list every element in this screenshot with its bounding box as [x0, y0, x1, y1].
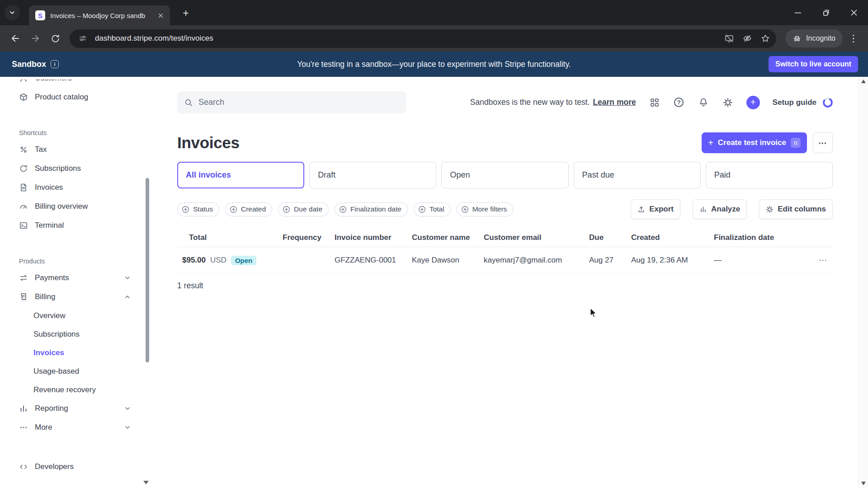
filter-status[interactable]: Status — [177, 202, 219, 216]
analyze-button[interactable]: Analyze — [693, 199, 747, 219]
scroll-up-arrow[interactable] — [861, 80, 866, 83]
sidebar-section-shortcuts: Shortcuts — [19, 129, 151, 136]
tab-open[interactable]: Open — [441, 162, 568, 188]
search-input[interactable] — [198, 98, 399, 107]
sidebar-subitem-revenue-recovery[interactable]: Revenue recovery — [0, 380, 151, 399]
add-button[interactable]: + — [746, 96, 760, 109]
close-button[interactable] — [840, 0, 868, 25]
overflow-menu-button[interactable]: ⋯ — [813, 132, 833, 153]
restore-button[interactable] — [812, 0, 840, 25]
screen: S Invoices – Moodjoy Corp sandb + dashbo… — [0, 0, 868, 488]
info-icon[interactable]: i — [51, 60, 59, 68]
utility-actions: Sandboxes is the new way to test.Learn m… — [470, 96, 833, 109]
sidebar-subitem-overview[interactable]: Overview — [0, 306, 151, 325]
filter-more-filters[interactable]: More filters — [457, 202, 514, 216]
stripe-favicon: S — [35, 10, 45, 20]
sidebar-subitem-usage-based[interactable]: Usage-based — [0, 362, 151, 380]
tab-all-invoices[interactable]: All invoices — [177, 162, 304, 188]
scroll-down-arrow[interactable] — [861, 482, 866, 485]
sidebar-item-billing-overview[interactable]: Billing overview — [0, 197, 151, 216]
tab-search-button[interactable] — [5, 5, 20, 20]
edit-columns-button[interactable]: Edit columns — [759, 199, 833, 219]
export-button[interactable]: Export — [631, 199, 680, 219]
sidebar-item-tax[interactable]: Tax — [0, 140, 151, 159]
table-row[interactable]: $95.00 USD Open GFZZAENG-0001 Kaye Dawso… — [177, 247, 833, 274]
filter-row: Status Created Due date Finalization dat… — [177, 199, 833, 219]
page-scrollbar[interactable] — [858, 77, 868, 488]
reload-button[interactable] — [45, 28, 65, 48]
sidebar-subitem-invoices[interactable]: Invoices — [0, 343, 151, 362]
sidebar-item-developers[interactable]: Developers — [0, 457, 151, 476]
cell-customer-email: kayemarj7@gmail.com — [484, 256, 589, 265]
sidebar-section-products: Products — [19, 258, 151, 265]
tab-paid[interactable]: Paid — [706, 162, 833, 188]
settings-gear-icon[interactable] — [722, 97, 734, 108]
browser-menu-icon[interactable]: ⋮ — [844, 29, 863, 47]
invoice-amount: $95.00 — [182, 256, 206, 265]
new-tab-button[interactable]: + — [179, 6, 193, 20]
sandbox-banner: Sandbox i You're testing in a sandbox—yo… — [0, 52, 868, 77]
row-overflow-icon[interactable]: ⋯ — [819, 255, 827, 265]
minimize-button[interactable] — [784, 0, 812, 25]
columns-gear-icon — [766, 206, 774, 213]
sidebar-item-label: Terminal — [35, 221, 64, 230]
chevron-up-icon — [124, 294, 131, 300]
terminal-icon — [19, 221, 28, 230]
sidebar-item-product-catalog[interactable]: Product catalog — [0, 88, 151, 107]
apps-grid-icon[interactable] — [649, 97, 660, 108]
sidebar-item-terminal[interactable]: Terminal — [0, 216, 151, 235]
table-actions: Export Analyze Edit columns — [631, 199, 833, 219]
tab-close-icon[interactable] — [156, 10, 165, 20]
learn-more-link[interactable]: Learn more — [593, 98, 636, 107]
create-test-invoice-button[interactable]: + Create test invoice n — [702, 132, 807, 153]
col-invoice-number: Invoice number — [335, 233, 412, 242]
filter-created[interactable]: Created — [225, 202, 272, 216]
sidebar-item-payments[interactable]: Payments — [0, 268, 151, 287]
filter-chips: Status Created Due date Finalization dat… — [177, 202, 513, 216]
tab-draft[interactable]: Draft — [309, 162, 436, 188]
edit-columns-label: Edit columns — [778, 205, 826, 214]
sidebar-item-billing[interactable]: Billing — [0, 287, 151, 306]
site-info-icon[interactable] — [76, 32, 90, 45]
page-header-actions: + Create test invoice n ⋯ — [702, 132, 833, 153]
search-box[interactable] — [177, 91, 406, 113]
plus-circle-icon — [283, 206, 290, 213]
setup-guide-button[interactable]: Setup guide — [773, 98, 833, 108]
chevron-down-icon — [124, 405, 131, 412]
chevron-down-icon — [124, 275, 131, 281]
sidebar-item-customers-clipped[interactable]: Customers — [0, 80, 151, 88]
sidebar-item-label: Tax — [35, 145, 47, 154]
screen-share-off-icon[interactable] — [722, 31, 736, 46]
filter-total[interactable]: Total — [414, 202, 451, 216]
col-customer-name: Customer name — [412, 233, 484, 242]
sidebar-item-invoices-shortcut[interactable]: Invoices — [0, 178, 151, 197]
eye-off-icon[interactable] — [740, 31, 755, 46]
sidebar-item-reporting[interactable]: Reporting — [0, 399, 151, 418]
main-content: Sandboxes is the new way to test.Learn m… — [151, 77, 858, 488]
switch-to-live-button[interactable]: Switch to live account — [769, 56, 858, 72]
browser-tab[interactable]: S Invoices – Moodjoy Corp sandb — [29, 5, 170, 25]
browser-tab-bar: S Invoices – Moodjoy Corp sandb + — [0, 0, 868, 25]
tab-title: Invoices – Moodjoy Corp sandb — [50, 12, 151, 19]
help-icon[interactable]: ? — [673, 97, 685, 108]
sidebar-item-label: Product catalog — [35, 93, 88, 102]
url-text[interactable]: dashboard.stripe.com/test/invoices — [95, 34, 717, 43]
tax-icon — [19, 145, 28, 154]
forward-button[interactable] — [25, 28, 45, 48]
col-created: Created — [631, 233, 714, 242]
back-button[interactable] — [5, 28, 25, 48]
filter-finalization-date[interactable]: Finalization date — [335, 202, 408, 216]
sidebar-subitem-subscriptions[interactable]: Subscriptions — [0, 325, 151, 343]
tab-past-due[interactable]: Past due — [574, 162, 701, 188]
bookmark-star-icon[interactable] — [758, 31, 773, 46]
sidebar-item-subscriptions[interactable]: Subscriptions — [0, 159, 151, 178]
plus-circle-icon — [182, 206, 189, 213]
sidebar-item-label: Subscriptions — [35, 164, 81, 173]
sidebar-scrollbar-thumb[interactable] — [146, 178, 149, 362]
sidebar-scroll-down-arrow[interactable] — [143, 481, 149, 484]
incognito-badge[interactable]: Incognito — [785, 29, 843, 47]
filter-due-date[interactable]: Due date — [278, 202, 329, 216]
address-bar[interactable]: dashboard.stripe.com/test/invoices — [70, 29, 776, 48]
sidebar-item-more[interactable]: More — [0, 418, 151, 437]
notifications-bell-icon[interactable] — [698, 97, 709, 108]
